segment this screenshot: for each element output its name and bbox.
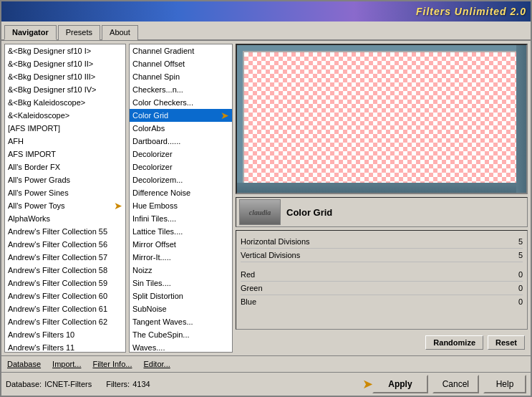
filter-item[interactable]: Channel Gradient — [130, 44, 232, 57]
bottom-bar: Database Import... Filter Info... Editor… — [1, 355, 531, 396]
list-item[interactable]: &<Bkg Kaleidoscope> — [5, 96, 125, 109]
status-database: Database: ICNET-Filters — [6, 380, 92, 388]
filter-item[interactable]: Sin Tiles.... — [130, 277, 232, 290]
arrow-icon: ➤ — [114, 200, 122, 211]
apply-button[interactable]: Apply — [372, 375, 427, 393]
status-filters-label: Filters: — [106, 380, 130, 388]
filter-item[interactable]: Hue Emboss — [130, 199, 232, 212]
list-item[interactable]: Andrew's Filter Collection 57 — [5, 251, 125, 264]
status-bar: Database: ICNET-Filters Filters: 4134 ➤ … — [1, 372, 531, 396]
filter-item[interactable]: The CubeSpin... — [130, 328, 232, 341]
filter-item[interactable]: Mirror Offset — [130, 238, 232, 251]
list-item[interactable]: &<Kaleidoscope> — [5, 109, 125, 122]
tab-presets[interactable]: Presets — [58, 25, 100, 40]
list-item[interactable]: All's Power Grads — [5, 173, 125, 186]
param-value-horizontal: 5 — [508, 237, 523, 246]
list-item[interactable]: Andrew's Filter Collection 62 — [5, 315, 125, 328]
editor-link[interactable]: Editor... — [140, 358, 173, 370]
list-item[interactable]: &<Bkg Designer sf10 III> — [5, 70, 125, 83]
param-row-horizontal: Horizontal Divisions 5 — [241, 235, 523, 249]
main-window: Filters Unlimited 2.0 Navigator Presets … — [0, 0, 532, 397]
checkerboard — [243, 51, 521, 187]
filter-panel: Channel Gradient Channel Offset Channel … — [129, 44, 233, 353]
filter-item[interactable]: Tangent Waves... — [130, 315, 232, 328]
reset-button[interactable]: Reset — [488, 335, 525, 350]
param-value-green: 0 — [508, 284, 523, 292]
info-bar: claudia Color Grid — [236, 197, 528, 227]
list-item[interactable]: All's Border FX — [5, 161, 125, 173]
param-row-blue: Blue 0 — [241, 295, 523, 308]
list-item[interactable]: Andrew's Filters 10 — [5, 328, 125, 341]
tab-about[interactable]: About — [102, 25, 138, 40]
list-item[interactable]: All's Power Sines — [5, 186, 125, 199]
filter-item[interactable]: Channel Offset — [130, 57, 232, 70]
thumbnail-label: claudia — [249, 209, 271, 216]
list-item[interactable]: &<Bkg Designer sf10 II> — [5, 57, 125, 70]
filter-item-color-grid[interactable]: Color Grid ➤ — [130, 109, 232, 122]
filter-item[interactable]: Color Checkers... — [130, 96, 232, 109]
database-link[interactable]: Database — [4, 358, 44, 370]
cancel-button[interactable]: Cancel — [432, 375, 479, 393]
status-database-value: ICNET-Filters — [44, 380, 92, 388]
filter-item[interactable]: Decolorizer — [130, 161, 232, 173]
list-item[interactable]: Andrew's Filter Collection 61 — [5, 302, 125, 315]
preview-area — [236, 44, 528, 194]
category-list[interactable]: &<Bkg Designer sf10 I> &<Bkg Designer sf… — [5, 44, 125, 352]
filter-item[interactable]: Checkers...n... — [130, 83, 232, 96]
param-label-blue: Blue — [241, 297, 256, 306]
param-value-vertical: 5 — [508, 251, 523, 259]
import-link[interactable]: Import... — [49, 358, 84, 370]
filter-item[interactable]: Split Distortion — [130, 290, 232, 302]
param-label-green: Green — [241, 284, 263, 292]
bottom-buttons: ➤ Apply Cancel Help — [372, 375, 526, 393]
list-item[interactable]: AFS IMPORT — [5, 148, 125, 161]
main-content: &<Bkg Designer sf10 I> &<Bkg Designer sf… — [1, 41, 531, 355]
randomize-button[interactable]: Randomize — [425, 335, 483, 350]
filter-item[interactable]: Dartboard...... — [130, 135, 232, 148]
list-item[interactable]: [AFS IMPORT] — [5, 122, 125, 135]
filter-item[interactable]: Mirror-It..... — [130, 251, 232, 264]
param-label-vertical: Vertical Divisions — [241, 251, 300, 259]
list-item[interactable]: Andrew's Filter Collection 58 — [5, 264, 125, 277]
param-value-red: 0 — [508, 270, 523, 279]
param-label-horizontal: Horizontal Divisions — [241, 237, 310, 246]
filter-info-link[interactable]: Filter Info... — [90, 358, 135, 370]
param-label-red: Red — [241, 270, 255, 279]
filter-item[interactable]: Decolorizer — [130, 148, 232, 161]
param-row-green: Green 0 — [241, 282, 523, 295]
filter-item[interactable]: Waves.... — [130, 341, 232, 352]
apply-arrow-icon: ➤ — [362, 376, 373, 392]
status-filters: Filters: 4134 — [106, 380, 150, 388]
filter-item[interactable]: Lattice Tiles.... — [130, 225, 232, 238]
category-panel: &<Bkg Designer sf10 I> &<Bkg Designer sf… — [4, 44, 126, 353]
filter-item[interactable]: Noizz — [130, 264, 232, 277]
param-row-red: Red 0 — [241, 268, 523, 282]
list-item[interactable]: AFH — [5, 135, 125, 148]
list-item[interactable]: Andrew's Filter Collection 59 — [5, 277, 125, 290]
thumbnail-image: claudia — [240, 200, 280, 224]
list-item-power-toys[interactable]: All's Power Toys ➤ — [5, 199, 125, 212]
title-bar-text: Filters Unlimited 2.0 — [416, 6, 526, 17]
list-item[interactable]: Andrew's Filter Collection 55 — [5, 225, 125, 238]
filter-name-label: Color Grid — [286, 207, 332, 218]
apply-button-wrapper: ➤ Apply — [372, 375, 427, 393]
list-item[interactable]: Andrew's Filter Collection 56 — [5, 238, 125, 251]
filter-item[interactable]: Infini Tiles.... — [130, 212, 232, 225]
filter-item[interactable]: Decolorizem... — [130, 173, 232, 186]
filter-item[interactable]: SubNoise — [130, 302, 232, 315]
action-links-row: Database Import... Filter Info... Editor… — [1, 355, 531, 372]
filter-item[interactable]: Channel Spin — [130, 70, 232, 83]
parameters-panel: Horizontal Divisions 5 Vertical Division… — [236, 230, 528, 330]
bottom-shadow — [237, 183, 516, 193]
list-item[interactable]: &<Bkg Designer sf10 IV> — [5, 83, 125, 96]
list-item[interactable]: Andrew's Filter Collection 60 — [5, 290, 125, 302]
list-item[interactable]: &<Bkg Designer sf10 I> — [5, 44, 125, 57]
help-button[interactable]: Help — [483, 375, 526, 393]
list-item[interactable]: Andrew's Filters 11 — [5, 341, 125, 352]
filter-list[interactable]: Channel Gradient Channel Offset Channel … — [130, 44, 232, 352]
title-bar: Filters Unlimited 2.0 — [1, 1, 531, 21]
filter-item[interactable]: Difference Noise — [130, 186, 232, 199]
list-item[interactable]: AlphaWorks — [5, 212, 125, 225]
tab-navigator[interactable]: Navigator — [4, 25, 57, 40]
filter-item[interactable]: ColorAbs — [130, 122, 232, 135]
